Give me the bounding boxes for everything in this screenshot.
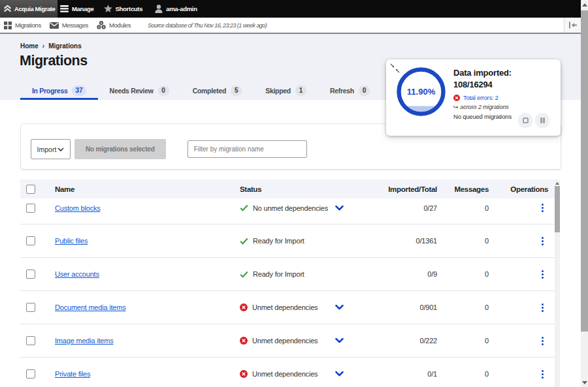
import-dropdown-button[interactable]: Import <box>31 139 71 159</box>
column-header-messages: Messages <box>437 185 489 193</box>
check-icon <box>240 238 248 245</box>
imported-total-value: 0/1 <box>364 370 437 378</box>
overlay-info: Data imported: 108/16294 Total errors: 2… <box>453 67 512 120</box>
breadcrumb-separator: › <box>42 42 44 50</box>
table-scrollbar-up-arrow[interactable] <box>555 181 560 186</box>
tab-label: Completed <box>193 87 227 95</box>
error-icon <box>240 370 248 378</box>
imported-total-value: 0/901 <box>364 303 437 311</box>
messages-toolbar-item[interactable]: Messages <box>50 18 88 33</box>
expand-chevron-icon[interactable] <box>335 338 344 343</box>
migration-name-link[interactable]: Public files <box>55 237 88 245</box>
column-header-imported: Imported/Total <box>364 185 437 193</box>
row-operations-kebab[interactable] <box>542 236 544 246</box>
row-checkbox[interactable] <box>26 270 35 279</box>
error-icon <box>453 95 460 101</box>
manage-menu-item[interactable]: Manage <box>60 0 100 18</box>
messages-count: 0 <box>437 270 489 278</box>
tab-count-badge: 0 <box>158 85 169 96</box>
migration-row: Private files Unmet dependencies 0/1 0 <box>20 358 555 387</box>
tab-count-badge: 0 <box>359 85 370 96</box>
stop-import-button[interactable] <box>518 113 532 127</box>
migration-name-link[interactable]: Document media items <box>55 303 126 311</box>
no-migrations-selected-button: No migrations selected <box>74 139 166 159</box>
browser-viewport: Acquia Migrate Manage Sh <box>0 0 581 387</box>
import-progress-overlay: 11.90% Data imported: 108/16294 Total er… <box>386 59 561 136</box>
status-text: Unmet dependencies <box>252 337 318 345</box>
across-migrations-note: ↪ across 2 migrations <box>453 104 512 110</box>
expand-chevron-icon[interactable] <box>335 305 344 310</box>
error-icon <box>240 337 248 345</box>
migration-name-link[interactable]: Private files <box>55 370 90 378</box>
source-database-note: Source database of Thu Nov 16, 23:23 (1 … <box>148 22 267 29</box>
migration-row: Custom blocks No unmet dependencies 0/27… <box>20 198 555 224</box>
expand-chevron-icon[interactable] <box>335 371 344 377</box>
import-progress-donut: 11.90% <box>395 65 448 118</box>
migrations-toolbar-label: Migrations <box>15 22 41 29</box>
pause-import-button[interactable] <box>535 113 549 127</box>
check-icon <box>240 271 248 278</box>
row-operations-kebab[interactable] <box>542 336 544 346</box>
total-errors-link[interactable]: Total errors: 2 <box>463 94 498 101</box>
tab-in-progress[interactable]: In Progress 37 <box>20 81 98 100</box>
page-scroll-down-arrow[interactable] <box>581 378 588 387</box>
row-operations-kebab[interactable] <box>542 270 544 279</box>
page: Acquia Migrate Manage Sh <box>0 0 588 387</box>
user-icon <box>155 5 163 13</box>
migration-name-link[interactable]: User accounts <box>55 270 99 278</box>
status-text: Ready for Import <box>253 237 304 245</box>
modules-toolbar-item[interactable]: Modules <box>97 18 131 33</box>
secondary-toolbar: Migrations Messages <box>0 18 581 34</box>
filter-migrations-input[interactable] <box>188 140 307 158</box>
row-checkbox[interactable] <box>26 369 35 379</box>
migration-row: Image media items Unmet dependencies 0/2… <box>20 324 555 358</box>
column-header-name: Name <box>55 185 240 193</box>
row-checkbox[interactable] <box>26 303 35 312</box>
user-menu-item[interactable]: ama-admin <box>155 0 203 18</box>
tab-completed[interactable]: Completed 5 <box>181 81 254 100</box>
toolbar-collapse-button[interactable] <box>564 18 581 33</box>
imported-total-value: 0/222 <box>364 337 437 345</box>
error-icon <box>240 303 248 311</box>
table-scrollbar[interactable] <box>555 179 560 387</box>
messages-count: 0 <box>437 370 489 378</box>
chevron-down-icon <box>57 147 64 151</box>
breadcrumb: Home › Migrations <box>20 42 82 50</box>
acquia-migrate-brand-tab[interactable]: Acquia Migrate <box>0 0 57 18</box>
stop-icon <box>523 117 529 123</box>
page-scroll-up-arrow[interactable] <box>581 0 588 9</box>
modules-toolbar-label: Modules <box>109 22 131 29</box>
row-checkbox[interactable] <box>26 236 35 245</box>
hamburger-icon <box>60 5 69 12</box>
envelope-icon <box>50 22 59 29</box>
row-operations-kebab[interactable] <box>542 203 544 213</box>
status-text: Unmet dependencies <box>252 303 318 311</box>
breadcrumb-home-link[interactable]: Home <box>20 42 39 50</box>
queue-status: No queued migrations <box>453 113 512 120</box>
select-all-checkbox[interactable] <box>26 185 35 194</box>
tab-needs-review[interactable]: Needs Review 0 <box>98 81 181 100</box>
row-checkbox[interactable] <box>26 204 35 213</box>
page-scrollbar-thumb[interactable] <box>581 10 588 332</box>
row-operations-kebab[interactable] <box>542 303 544 313</box>
expand-chevron-icon[interactable] <box>335 206 344 211</box>
migrations-toolbar-item[interactable]: Migrations <box>0 18 41 33</box>
tab-label: Needs Review <box>110 87 154 95</box>
migration-row: Public files Ready for Import 0/1361 0 <box>20 224 555 258</box>
migration-name-link[interactable]: Custom blocks <box>55 204 101 212</box>
imported-total-value: 0/27 <box>364 204 437 212</box>
page-scrollbar[interactable] <box>581 0 588 387</box>
migration-name-link[interactable]: Image media items <box>55 337 114 345</box>
tab-refresh[interactable]: Refresh 0 <box>318 81 382 100</box>
shortcuts-menu-item[interactable]: Shortcuts <box>104 0 149 18</box>
messages-count: 0 <box>437 337 489 345</box>
data-imported-label: Data imported: <box>453 67 512 79</box>
tab-count-badge: 5 <box>231 85 242 96</box>
tab-skipped[interactable]: Skipped 1 <box>253 81 318 100</box>
row-checkbox[interactable] <box>26 336 35 345</box>
table-scrollbar-thumb[interactable] <box>555 186 560 232</box>
brand-label: Acquia Migrate <box>14 5 56 12</box>
tab-count-badge: 1 <box>295 85 306 96</box>
manage-label: Manage <box>72 5 94 12</box>
row-operations-kebab[interactable] <box>542 369 544 379</box>
